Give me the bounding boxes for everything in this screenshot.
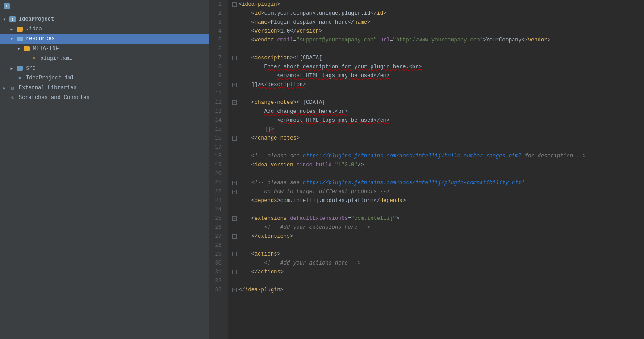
token-tag: vendor — [528, 36, 547, 45]
fold-marker — [231, 37, 238, 43]
tree-icon-folder-src — [17, 66, 23, 71]
tree-item-plugin-xml[interactable]: Xplugin.xml — [0, 54, 209, 63]
tree-label: External Libraries — [19, 85, 77, 91]
tree-icon-project: I — [9, 16, 16, 22]
tree-item-idea-project[interactable]: ▼IIdeaProject — [0, 14, 209, 24]
code-line: − <description><![CDATA[ — [231, 54, 644, 62]
tree-arrow: ▼ — [9, 36, 14, 41]
token-tag: id — [377, 9, 383, 18]
token-text — [287, 214, 290, 223]
token-bracket: > — [277, 250, 280, 259]
line-number: 28 — [209, 241, 224, 250]
fold-marker — [231, 108, 238, 115]
fold-marker — [231, 198, 238, 204]
line-number: 20 — [209, 170, 224, 178]
code-line: − <!-- please see https://plugins.jetbra… — [231, 178, 644, 187]
token-attr: email — [277, 36, 293, 45]
token-comment: <!-- please see — [251, 178, 303, 187]
fold-marker[interactable]: − — [231, 1, 238, 8]
fold-marker[interactable]: − — [231, 233, 238, 240]
token-indent — [238, 36, 251, 45]
tree-item-resources[interactable]: ▼resources — [0, 34, 209, 44]
token-indent — [238, 161, 251, 170]
token-indent — [238, 196, 251, 205]
line-number: 12 — [209, 98, 224, 107]
token-bracket: </ — [348, 18, 354, 27]
token-bracket: < — [251, 98, 255, 107]
line-number: 13 — [209, 107, 224, 116]
line-number: 7 — [209, 54, 224, 62]
fold-marker[interactable]: − — [231, 180, 238, 186]
code-line: <depends>com.intellij.modules.platform</… — [231, 196, 644, 205]
tree-item-idea-folder[interactable]: ▶.idea — [0, 24, 209, 34]
line-number: 18 — [209, 152, 224, 161]
token-bracket: < — [251, 36, 255, 45]
fold-marker[interactable]: − — [231, 135, 238, 141]
fold-marker[interactable]: − — [231, 55, 238, 61]
fold-marker[interactable]: − — [231, 189, 238, 195]
code-line: −<idea-plugin> — [231, 0, 644, 9]
fold-marker[interactable]: − — [231, 287, 238, 293]
tree-item-meta-inf[interactable]: ▼META-INF — [0, 44, 209, 54]
line-number: 30 — [209, 259, 224, 268]
tree-icon-iml-file: ■ — [17, 75, 23, 81]
code-line — [231, 45, 644, 54]
code-line: <em>most HTML tags may be used</em> — [231, 116, 644, 125]
code-line: <idea-version since-build="173.0"/> — [231, 161, 644, 170]
fold-marker — [231, 144, 238, 150]
fold-marker[interactable]: − — [231, 251, 238, 257]
code-line: <name>Plugin display name here</name> — [231, 18, 644, 27]
tree-label: plugin.xml — [40, 55, 72, 62]
line-number: 21 — [209, 178, 224, 187]
token-tag: id — [255, 9, 261, 18]
token-tag: version — [255, 27, 277, 36]
fold-marker[interactable]: − — [231, 99, 238, 106]
fold-marker[interactable]: − — [231, 82, 238, 88]
line-number: 15 — [209, 125, 224, 134]
token-tag: actions — [255, 250, 277, 259]
tree-icon-folder-plain — [24, 46, 30, 51]
token-bracket: > — [547, 36, 550, 45]
code-line: Enter short description for your plugin … — [231, 62, 644, 71]
token-comment: <!-- please see — [251, 152, 303, 161]
token-comment: <!-- Add your actions here --> — [264, 259, 361, 268]
tree-item-src[interactable]: ▶src — [0, 63, 209, 73]
line-number: 26 — [209, 223, 224, 232]
token-squiggly: <em>most HTML tags may be used</em> — [277, 71, 389, 80]
fold-marker — [231, 19, 238, 25]
code-line: −</idea-plugin> — [231, 285, 644, 294]
token-bracket: < — [251, 54, 255, 62]
token-indent — [238, 152, 251, 161]
tree-item-ideaproject-iml[interactable]: ■IdeaProject.iml — [0, 73, 209, 83]
line-number: 2 — [209, 9, 224, 18]
line-number: 6 — [209, 45, 224, 54]
code-line: − <actions> — [231, 250, 644, 259]
code-area[interactable]: −<idea-plugin> <id>com.your.company.uniq… — [228, 0, 644, 339]
token-bracket: < — [238, 0, 242, 9]
token-tag: depends — [255, 196, 277, 205]
fold-marker — [231, 28, 238, 34]
token-bracket: ><![CDATA[ — [293, 98, 325, 107]
token-tag: vendor — [255, 36, 274, 45]
token-text: com.your.company.unique.plugin.id — [264, 9, 371, 18]
token-text: 1.0 — [280, 27, 290, 36]
token-tag: extensions — [258, 232, 290, 241]
code-line: − <extensions defaultExtensionNs="com.in… — [231, 214, 644, 223]
fold-marker[interactable]: − — [231, 269, 238, 275]
tree-item-scratches[interactable]: ✎Scratches and Consoles — [0, 93, 209, 103]
token-squiggly: ]]> — [264, 125, 274, 134]
token-comment: <!-- Add your extensions here --> — [264, 223, 371, 232]
token-text: Plugin display name here — [271, 18, 348, 27]
token-squiggly: ]]></description> — [251, 80, 306, 89]
fold-marker — [231, 207, 238, 213]
tree-label: src — [26, 65, 36, 71]
tree-icon-scratches: ✎ — [9, 95, 16, 101]
fold-marker[interactable]: − — [231, 215, 238, 222]
token-bracket: > — [483, 36, 486, 45]
token-bracket: > — [290, 232, 293, 241]
tree-item-external-libraries[interactable]: ▶⊞External Libraries — [0, 83, 209, 93]
line-number: 25 — [209, 214, 224, 223]
token-indent — [238, 178, 251, 187]
line-number: 27 — [209, 232, 224, 241]
line-number: 3 — [209, 18, 224, 27]
